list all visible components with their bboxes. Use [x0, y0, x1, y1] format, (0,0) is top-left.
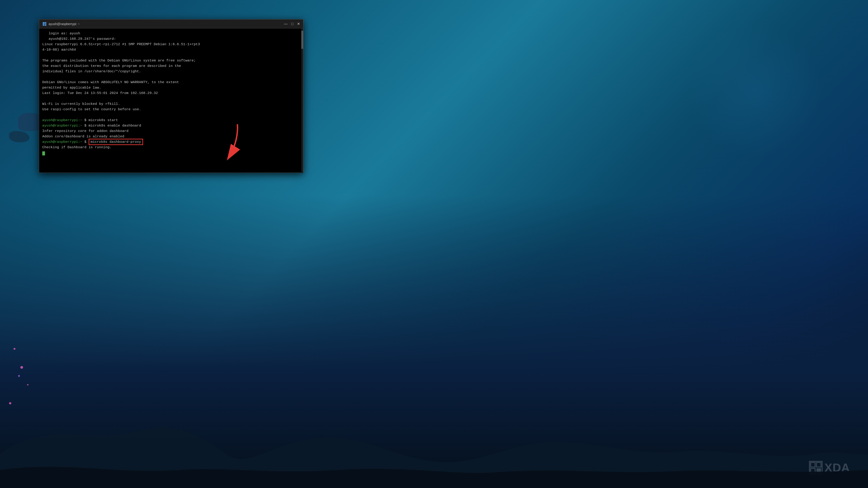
line-21: ayush@raspberrypi:~ $ microk8s dashboard… — [42, 139, 300, 144]
terminal-controls: — □ ✕ — [284, 22, 300, 26]
cursor — [42, 151, 45, 156]
terminal-app-icon — [42, 22, 47, 26]
line-10: Debian GNU/Linux comes with ABSOLUTELY N… — [42, 79, 300, 85]
line-15: Use raspi-config to set the country befo… — [42, 107, 300, 112]
line-7: the exact distribution terms for each pr… — [42, 63, 300, 69]
terminal-titlebar: ayush@raspberrypi: ~ — □ ✕ — [39, 20, 303, 29]
line-14: Wi-Fi is currently blocked by rfkill. — [42, 101, 300, 107]
line-9 — [42, 74, 300, 79]
line-16 — [42, 112, 300, 118]
line-11: permitted by applicable law. — [42, 85, 300, 90]
line-1: login as: ayush — [42, 31, 300, 36]
svg-rect-0 — [43, 22, 44, 24]
line-6: The programs included with the Debian GN… — [42, 58, 300, 63]
line-4: 4-10-08) aarch64 — [42, 47, 300, 53]
rock-left-2 — [9, 131, 29, 142]
close-button[interactable]: ✕ — [297, 22, 300, 26]
line-22: Checking if Dashboard is running. — [42, 144, 300, 150]
line-8: individual files in /usr/share/doc/*/cop… — [42, 69, 300, 74]
svg-rect-3 — [45, 24, 46, 26]
highlighted-command: microk8s dashboard-proxy — [89, 139, 143, 145]
terminal-scrollbar[interactable] — [301, 29, 303, 173]
bottom-terrain — [0, 375, 868, 488]
line-18: ayush@raspberrypi:~ $ microk8s enable da… — [42, 123, 300, 128]
line-20: Addon core/dashboard is already enabled — [42, 134, 300, 139]
terminal-title: ayush@raspberrypi: ~ — [49, 22, 80, 26]
line-17: ayush@raspberrypi:~ $ microk8s start — [42, 118, 300, 123]
line-3: Linux raspberrypi 6.6.51+rpt-rpi-2712 #1… — [42, 41, 300, 47]
line-13 — [42, 96, 300, 101]
terminal-scrollbar-thumb[interactable] — [301, 31, 303, 49]
line-2: ayush@192.168.29.247's password: — [42, 36, 300, 41]
terminal-body[interactable]: login as: ayush ayush@192.168.29.247's p… — [39, 29, 303, 173]
svg-rect-2 — [43, 24, 44, 26]
terminal-title-left: ayush@raspberrypi: ~ — [42, 22, 80, 26]
svg-rect-1 — [45, 22, 46, 24]
line-5 — [42, 53, 300, 58]
minimize-button[interactable]: — — [284, 22, 287, 26]
bg-glow — [687, 23, 823, 158]
maximize-button[interactable]: □ — [291, 22, 293, 26]
line-23 — [42, 150, 300, 156]
line-12: Last login: Tue Dec 24 13:55:01 2024 fro… — [42, 90, 300, 96]
terminal-window[interactable]: ayush@raspberrypi: ~ — □ ✕ login as: ayu… — [39, 19, 303, 173]
line-19: Infer repository core for addon dashboar… — [42, 128, 300, 134]
